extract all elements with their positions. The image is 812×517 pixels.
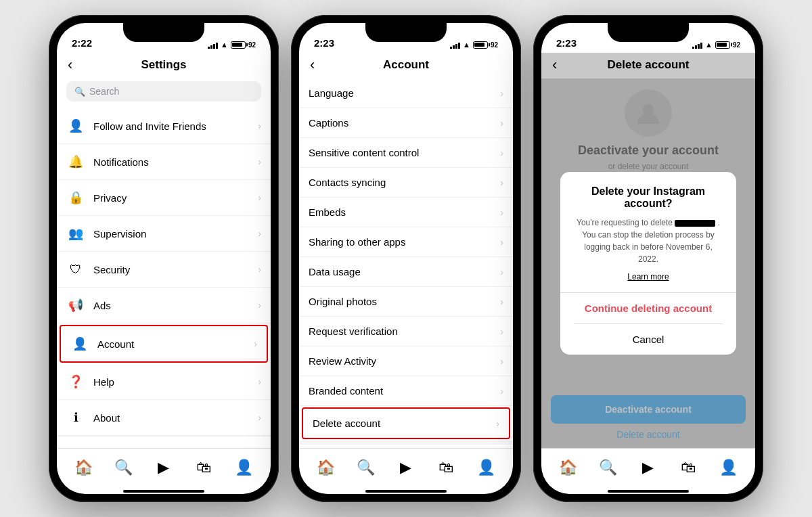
- nav-home-3[interactable]: 🏠: [556, 455, 581, 480]
- account-item-sensitive[interactable]: Sensitive content control ›: [299, 138, 513, 168]
- settings-item-supervision[interactable]: 👥 Supervision ›: [57, 216, 271, 252]
- home-indicator-1: [123, 490, 204, 493]
- privacy-label: Privacy: [93, 192, 258, 204]
- signal-icon-3: [692, 41, 702, 49]
- account-item-language[interactable]: Language ›: [299, 78, 513, 108]
- nav-profile-1[interactable]: 👤: [231, 455, 256, 480]
- account-item-review-activity[interactable]: Review Activity ›: [299, 346, 513, 376]
- phone-delete: 2:23 ▲ 92 ‹ Delete account: [533, 15, 763, 502]
- about-icon: ℹ: [66, 408, 85, 427]
- settings-item-security[interactable]: 🛡 Security ›: [57, 252, 271, 288]
- continue-deleting-button[interactable]: Continue deleting account: [574, 293, 722, 323]
- wifi-icon: ▲: [221, 41, 228, 49]
- nav-home-2[interactable]: 🏠: [313, 455, 339, 480]
- chevron-language: ›: [500, 88, 503, 99]
- settings-item-privacy[interactable]: 🔒 Privacy ›: [57, 180, 271, 216]
- supervision-label: Supervision: [93, 228, 258, 240]
- nav-search-3[interactable]: 🔍: [595, 455, 621, 480]
- back-button-settings[interactable]: ‹: [68, 56, 72, 74]
- redacted-username: [675, 220, 715, 227]
- nav-profile-3[interactable]: 👤: [715, 455, 741, 480]
- chevron-follow: ›: [258, 120, 261, 131]
- bottom-nav-1: 🏠 🔍 ▶ 🛍 👤: [57, 448, 271, 486]
- account-item-sharing[interactable]: Sharing to other apps ›: [299, 227, 513, 257]
- back-button-delete[interactable]: ‹: [552, 56, 557, 74]
- account-item-request-verify[interactable]: Request verification ›: [299, 317, 513, 346]
- status-icons-1: ▲ 92: [208, 41, 256, 49]
- notifications-icon: 🔔: [66, 152, 85, 171]
- bottom-nav-2: 🏠 🔍 ▶ 🛍 👤: [299, 448, 513, 486]
- notch-3: [608, 23, 689, 42]
- nav-reels-3[interactable]: ▶: [635, 455, 661, 480]
- chevron-sensitive: ›: [500, 148, 503, 158]
- settings-item-about[interactable]: ℹ About ›: [57, 400, 271, 436]
- battery-icon-3: [715, 41, 730, 49]
- professional-links: Switch to professional account Add new p…: [299, 441, 513, 448]
- chevron-sharing: ›: [500, 237, 503, 248]
- home-indicator-2: [365, 490, 447, 493]
- nav-shop-1[interactable]: 🛍: [191, 455, 217, 480]
- settings-item-ads[interactable]: 📢 Ads ›: [57, 288, 271, 323]
- chevron-about: ›: [258, 412, 261, 423]
- follow-label: Follow and Invite Friends: [93, 120, 258, 132]
- battery-pct: 92: [248, 41, 256, 49]
- nav-shop-3[interactable]: 🛍: [675, 455, 701, 480]
- settings-item-account[interactable]: 👤 Account ›: [60, 325, 268, 363]
- settings-item-notifications[interactable]: 🔔 Notifications ›: [57, 144, 271, 180]
- account-item-data-usage[interactable]: Data usage ›: [299, 257, 513, 287]
- bottom-nav-3: 🏠 🔍 ▶ 🛍 👤: [541, 448, 755, 486]
- ads-icon: 📢: [66, 296, 85, 315]
- battery-pct-2: 92: [491, 41, 498, 49]
- search-bar[interactable]: 🔍 Search: [66, 81, 261, 102]
- dialog-body: You're requesting to delete . You can st…: [574, 217, 722, 265]
- account-item-embeds[interactable]: Embeds ›: [299, 198, 513, 227]
- nav-profile-2[interactable]: 👤: [473, 455, 499, 480]
- sensitive-label: Sensitive content control: [309, 147, 500, 158]
- search-icon: 🔍: [74, 87, 85, 97]
- nav-shop-2[interactable]: 🛍: [433, 455, 459, 480]
- account-item-branded[interactable]: Branded content ›: [299, 376, 513, 406]
- nav-header-settings: ‹ Settings: [57, 53, 271, 78]
- nav-home-1[interactable]: 🏠: [71, 455, 97, 480]
- settings-item-help[interactable]: ❓ Help ›: [57, 364, 271, 400]
- chevron-help: ›: [258, 376, 261, 387]
- delete-screen-content: Deactivate your account or delete your a…: [541, 78, 755, 486]
- settings-title: Settings: [141, 58, 186, 72]
- wifi-icon-3: ▲: [705, 41, 713, 49]
- nav-header-delete: ‹ Delete account: [541, 53, 755, 78]
- meta-section: ∞ Meta Accounts Center Control settings …: [57, 436, 271, 448]
- account-item-contacts[interactable]: Contacts syncing ›: [299, 168, 513, 198]
- status-icons-2: ▲ 92: [450, 41, 498, 49]
- account-item-delete[interactable]: Delete account ›: [302, 407, 510, 439]
- nav-search-2[interactable]: 🔍: [353, 455, 379, 480]
- settings-item-follow[interactable]: 👤 Follow and Invite Friends ›: [57, 108, 271, 144]
- chevron-delete: ›: [496, 418, 499, 429]
- nav-reels-2[interactable]: ▶: [393, 455, 419, 480]
- phone-settings: 2:22 ▲ 92 ‹ Settings 🔍 Search: [49, 15, 279, 502]
- supervision-icon: 👥: [66, 224, 85, 243]
- phone-account: 2:23 ▲ 92 ‹ Account Language: [291, 15, 521, 502]
- nav-reels-1[interactable]: ▶: [151, 455, 177, 480]
- chevron-embeds: ›: [500, 207, 503, 218]
- settings-screen: 🔍 Search 👤 Follow and Invite Friends › 🔔…: [57, 78, 271, 486]
- signal-icon-2: [450, 41, 460, 49]
- settings-list: 👤 Follow and Invite Friends › 🔔 Notifica…: [57, 108, 271, 448]
- about-label: About: [93, 412, 258, 424]
- learn-more-link[interactable]: Learn more: [574, 272, 722, 282]
- cancel-button[interactable]: Cancel: [574, 323, 722, 355]
- account-label: Account: [97, 338, 254, 350]
- search-placeholder: Search: [89, 86, 119, 97]
- follow-icon: 👤: [66, 116, 85, 135]
- nav-header-account: ‹ Account: [299, 53, 513, 78]
- data-usage-label: Data usage: [309, 266, 500, 277]
- nav-search-1[interactable]: 🔍: [111, 455, 137, 480]
- privacy-icon: 🔒: [66, 188, 85, 207]
- chevron-ads: ›: [258, 300, 261, 311]
- back-button-account[interactable]: ‹: [310, 56, 315, 74]
- account-item-captions[interactable]: Captions ›: [299, 108, 513, 138]
- delete-account-label: Delete account: [313, 418, 496, 429]
- time-2: 2:23: [314, 37, 334, 49]
- chevron-supervision: ›: [258, 228, 261, 239]
- dialog-title: Delete your Instagram account?: [574, 185, 722, 210]
- account-item-original-photos[interactable]: Original photos ›: [299, 287, 513, 317]
